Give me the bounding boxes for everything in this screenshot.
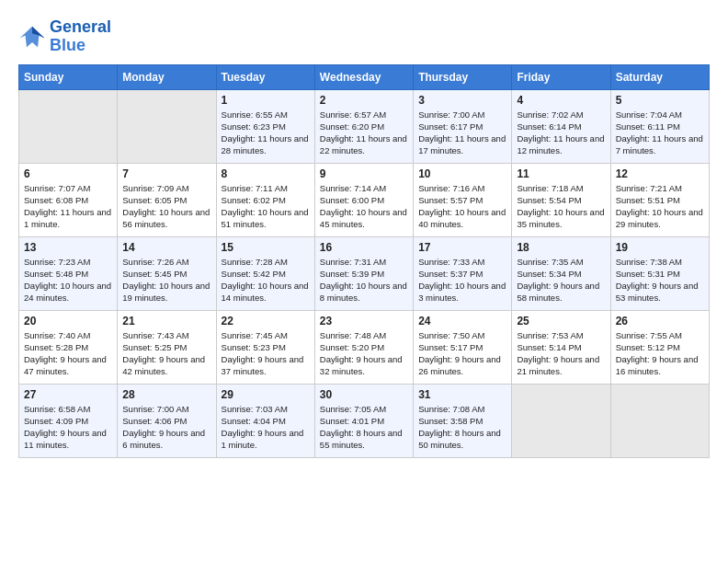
calendar-cell: 18Sunrise: 7:35 AM Sunset: 5:34 PM Dayli… [512, 236, 610, 310]
day-number: 25 [517, 315, 605, 327]
day-info: Sunrise: 7:40 AM Sunset: 5:28 PM Dayligh… [24, 329, 112, 378]
logo-icon [18, 23, 46, 51]
day-number: 27 [24, 388, 112, 401]
page-header: General Blue [18, 18, 710, 55]
day-number: 19 [616, 241, 704, 254]
day-number: 14 [122, 241, 210, 254]
day-info: Sunrise: 7:05 AM Sunset: 4:01 PM Dayligh… [320, 403, 408, 452]
day-number: 26 [616, 315, 704, 327]
header-friday: Friday [512, 64, 610, 89]
day-info: Sunrise: 7:02 AM Sunset: 6:14 PM Dayligh… [517, 109, 605, 157]
day-number: 20 [24, 315, 112, 327]
calendar-cell [19, 89, 118, 163]
calendar-cell: 31Sunrise: 7:08 AM Sunset: 3:58 PM Dayli… [414, 384, 512, 457]
day-number: 17 [418, 241, 506, 254]
day-number: 10 [418, 167, 506, 180]
day-info: Sunrise: 6:55 AM Sunset: 6:23 PM Dayligh… [222, 109, 310, 157]
calendar-cell [610, 384, 709, 457]
day-number: 3 [418, 94, 506, 107]
day-info: Sunrise: 7:11 AM Sunset: 6:02 PM Dayligh… [222, 182, 310, 231]
calendar-cell: 11Sunrise: 7:18 AM Sunset: 5:54 PM Dayli… [512, 163, 610, 236]
day-number: 7 [122, 167, 210, 180]
calendar-cell: 3Sunrise: 7:00 AM Sunset: 6:17 PM Daylig… [414, 89, 512, 163]
calendar-cell: 14Sunrise: 7:26 AM Sunset: 5:45 PM Dayli… [118, 236, 216, 310]
day-number: 23 [320, 315, 408, 327]
calendar-cell: 15Sunrise: 7:28 AM Sunset: 5:42 PM Dayli… [216, 236, 314, 310]
day-number: 6 [24, 167, 112, 180]
day-info: Sunrise: 7:31 AM Sunset: 5:39 PM Dayligh… [320, 256, 408, 304]
day-info: Sunrise: 7:35 AM Sunset: 5:34 PM Dayligh… [517, 256, 605, 304]
day-info: Sunrise: 7:38 AM Sunset: 5:31 PM Dayligh… [616, 256, 704, 304]
calendar-cell: 29Sunrise: 7:03 AM Sunset: 4:04 PM Dayli… [216, 384, 314, 457]
logo-text: General Blue [50, 18, 111, 55]
header-wednesday: Wednesday [314, 64, 413, 89]
day-number: 2 [320, 94, 408, 107]
calendar-week-row: 1Sunrise: 6:55 AM Sunset: 6:23 PM Daylig… [19, 89, 710, 163]
day-info: Sunrise: 7:03 AM Sunset: 4:04 PM Dayligh… [222, 403, 310, 452]
calendar-cell: 20Sunrise: 7:40 AM Sunset: 5:28 PM Dayli… [19, 310, 118, 384]
calendar-cell: 27Sunrise: 6:58 AM Sunset: 4:09 PM Dayli… [19, 384, 118, 457]
day-number: 5 [616, 94, 704, 107]
day-number: 8 [222, 167, 310, 180]
day-number: 30 [320, 388, 408, 401]
day-info: Sunrise: 6:57 AM Sunset: 6:20 PM Dayligh… [320, 109, 408, 157]
day-info: Sunrise: 7:26 AM Sunset: 5:45 PM Dayligh… [122, 256, 210, 304]
calendar-cell: 9Sunrise: 7:14 AM Sunset: 6:00 PM Daylig… [314, 163, 413, 236]
calendar-cell: 13Sunrise: 7:23 AM Sunset: 5:48 PM Dayli… [19, 236, 118, 310]
day-info: Sunrise: 7:14 AM Sunset: 6:00 PM Dayligh… [320, 182, 408, 231]
calendar-cell: 1Sunrise: 6:55 AM Sunset: 6:23 PM Daylig… [216, 89, 314, 163]
day-number: 18 [517, 241, 605, 254]
day-info: Sunrise: 7:00 AM Sunset: 6:17 PM Dayligh… [418, 109, 506, 157]
calendar-cell: 5Sunrise: 7:04 AM Sunset: 6:11 PM Daylig… [610, 89, 709, 163]
day-info: Sunrise: 7:21 AM Sunset: 5:51 PM Dayligh… [616, 182, 704, 231]
calendar-cell: 25Sunrise: 7:53 AM Sunset: 5:14 PM Dayli… [512, 310, 610, 384]
day-number: 21 [122, 315, 210, 327]
day-info: Sunrise: 7:04 AM Sunset: 6:11 PM Dayligh… [616, 109, 704, 157]
calendar-week-row: 20Sunrise: 7:40 AM Sunset: 5:28 PM Dayli… [19, 310, 710, 384]
header-sunday: Sunday [19, 64, 118, 89]
header-saturday: Saturday [610, 64, 709, 89]
calendar-week-row: 13Sunrise: 7:23 AM Sunset: 5:48 PM Dayli… [19, 236, 710, 310]
calendar-cell: 2Sunrise: 6:57 AM Sunset: 6:20 PM Daylig… [314, 89, 413, 163]
day-info: Sunrise: 7:53 AM Sunset: 5:14 PM Dayligh… [517, 329, 605, 378]
calendar-cell [512, 384, 610, 457]
header-tuesday: Tuesday [216, 64, 314, 89]
day-number: 4 [517, 94, 605, 107]
day-info: Sunrise: 7:16 AM Sunset: 5:57 PM Dayligh… [418, 182, 506, 231]
calendar-cell: 6Sunrise: 7:07 AM Sunset: 6:08 PM Daylig… [19, 163, 118, 236]
calendar-cell: 28Sunrise: 7:00 AM Sunset: 4:06 PM Dayli… [118, 384, 216, 457]
day-number: 11 [517, 167, 605, 180]
day-info: Sunrise: 7:48 AM Sunset: 5:20 PM Dayligh… [320, 329, 408, 378]
header-monday: Monday [118, 64, 216, 89]
day-number: 24 [418, 315, 506, 327]
day-info: Sunrise: 7:33 AM Sunset: 5:37 PM Dayligh… [418, 256, 506, 304]
logo: General Blue [18, 18, 111, 55]
day-info: Sunrise: 7:09 AM Sunset: 6:05 PM Dayligh… [122, 182, 210, 231]
day-number: 28 [122, 388, 210, 401]
day-number: 12 [616, 167, 704, 180]
calendar-cell: 8Sunrise: 7:11 AM Sunset: 6:02 PM Daylig… [216, 163, 314, 236]
calendar-week-row: 27Sunrise: 6:58 AM Sunset: 4:09 PM Dayli… [19, 384, 710, 457]
day-number: 31 [418, 388, 506, 401]
day-number: 13 [24, 241, 112, 254]
calendar-cell: 23Sunrise: 7:48 AM Sunset: 5:20 PM Dayli… [314, 310, 413, 384]
day-info: Sunrise: 7:18 AM Sunset: 5:54 PM Dayligh… [517, 182, 605, 231]
day-number: 9 [320, 167, 408, 180]
calendar-week-row: 6Sunrise: 7:07 AM Sunset: 6:08 PM Daylig… [19, 163, 710, 236]
day-number: 15 [222, 241, 310, 254]
day-number: 1 [222, 94, 310, 107]
day-info: Sunrise: 7:28 AM Sunset: 5:42 PM Dayligh… [222, 256, 310, 304]
day-info: Sunrise: 7:08 AM Sunset: 3:58 PM Dayligh… [418, 403, 506, 452]
day-number: 16 [320, 241, 408, 254]
day-number: 22 [222, 315, 310, 327]
calendar-cell: 16Sunrise: 7:31 AM Sunset: 5:39 PM Dayli… [314, 236, 413, 310]
calendar-header-row: SundayMondayTuesdayWednesdayThursdayFrid… [19, 64, 710, 89]
calendar-cell: 17Sunrise: 7:33 AM Sunset: 5:37 PM Dayli… [414, 236, 512, 310]
calendar-cell: 4Sunrise: 7:02 AM Sunset: 6:14 PM Daylig… [512, 89, 610, 163]
header-thursday: Thursday [414, 64, 512, 89]
calendar-cell [118, 89, 216, 163]
calendar-cell: 24Sunrise: 7:50 AM Sunset: 5:17 PM Dayli… [414, 310, 512, 384]
day-info: Sunrise: 7:23 AM Sunset: 5:48 PM Dayligh… [24, 256, 112, 304]
day-info: Sunrise: 7:43 AM Sunset: 5:25 PM Dayligh… [122, 329, 210, 378]
calendar-cell: 19Sunrise: 7:38 AM Sunset: 5:31 PM Dayli… [610, 236, 709, 310]
